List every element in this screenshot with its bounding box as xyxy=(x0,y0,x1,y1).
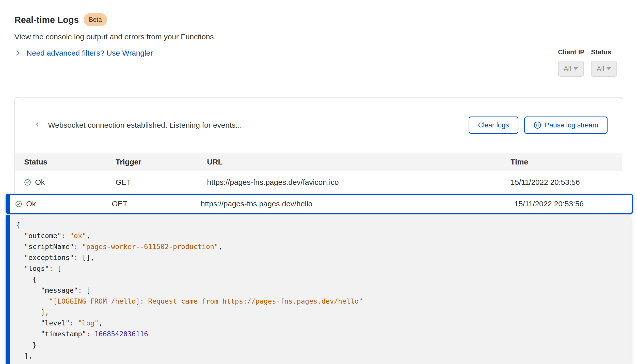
chevron-down-icon xyxy=(607,67,611,70)
url-cell: https://pages-fns.pages.dev/favicon.ico xyxy=(207,178,511,187)
status-cell: Ok xyxy=(35,178,45,187)
table-row[interactable]: Ok GET https://pages-fns.pages.dev/favic… xyxy=(15,171,622,193)
log-detail-panel: { "outcome": "ok", "scriptName": "pages-… xyxy=(6,215,631,364)
spinner-icon xyxy=(36,121,42,129)
time-cell: 15/11/2022 20:53:56 xyxy=(514,200,632,208)
pause-icon xyxy=(534,121,541,129)
page-subtitle: View the console.log output and errors f… xyxy=(14,32,216,41)
chevron-right-icon xyxy=(15,49,21,57)
url-cell: https://pages-fns.pages.dev/hello xyxy=(201,200,514,208)
client-ip-filter-value: All xyxy=(564,65,571,73)
status-cell: Ok xyxy=(26,200,36,208)
status-filter-value: All xyxy=(597,65,604,73)
expanded-log-entry: Ok GET https://pages-fns.pages.dev/hello… xyxy=(6,194,633,364)
column-header-status: Status xyxy=(24,158,116,166)
status-filter-label: Status xyxy=(591,48,617,56)
wrangler-link-label: Need advanced filters? Use Wrangler xyxy=(26,49,153,57)
trigger-cell: GET xyxy=(116,178,207,187)
filters: Client IP All Status All xyxy=(558,48,617,77)
page-title: Real-time Logs xyxy=(14,15,79,25)
beta-badge: Beta xyxy=(84,13,107,26)
websocket-status: Websocket connection established. Listen… xyxy=(36,121,242,129)
table-row-expanded[interactable]: Ok GET https://pages-fns.pages.dev/hello… xyxy=(6,194,633,214)
check-circle-icon xyxy=(15,201,22,207)
chevron-down-icon xyxy=(574,67,578,70)
logs-toolbar: Websocket connection established. Listen… xyxy=(15,97,622,153)
client-ip-filter-dropdown[interactable]: All xyxy=(558,61,584,77)
client-ip-filter-label: Client IP xyxy=(558,48,584,56)
column-header-time: Time xyxy=(511,158,622,166)
log-detail-json: { "outcome": "ok", "scriptName": "pages-… xyxy=(16,219,631,361)
page-header: Real-time Logs Beta xyxy=(14,13,107,26)
column-header-url: URL xyxy=(207,158,511,166)
column-header-trigger: Trigger xyxy=(116,158,207,166)
status-filter-dropdown[interactable]: All xyxy=(591,61,617,77)
check-circle-icon xyxy=(24,179,31,186)
pause-log-stream-button[interactable]: Pause log stream xyxy=(524,117,608,134)
time-cell: 15/11/2022 20:53:56 xyxy=(511,178,622,187)
table-header: Status Trigger URL Time xyxy=(15,153,622,171)
websocket-status-message: Websocket connection established. Listen… xyxy=(48,121,242,129)
clear-logs-button[interactable]: Clear logs xyxy=(469,117,518,134)
wrangler-link[interactable]: Need advanced filters? Use Wrangler xyxy=(15,49,153,57)
trigger-cell: GET xyxy=(112,200,201,208)
